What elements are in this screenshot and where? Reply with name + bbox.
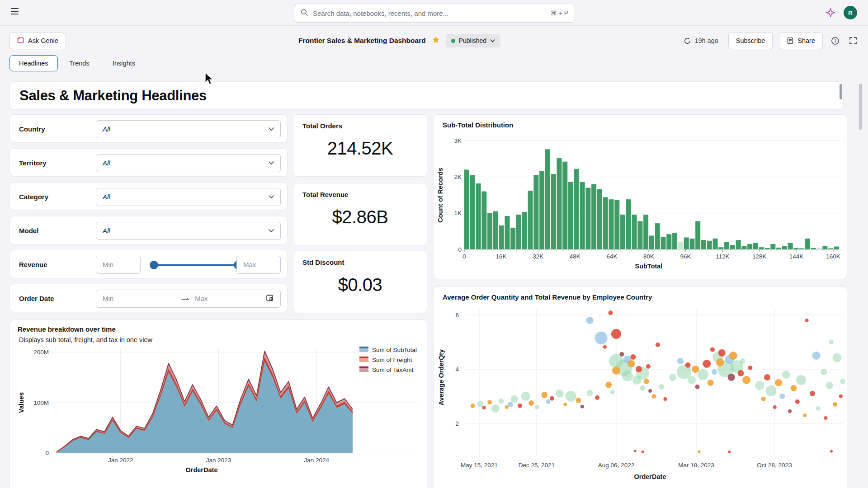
kpi-label: Std Discount [302, 258, 344, 266]
kpi-value: $2.86B [293, 207, 427, 227]
filter-selected-value: All [103, 159, 269, 167]
legend-swatch [359, 366, 368, 373]
legend-item: Sum of SubTotal [359, 347, 417, 353]
mouse-cursor [204, 72, 217, 88]
filter-selected-value: All [103, 125, 269, 133]
filter-select-territory[interactable]: All [96, 154, 281, 172]
svg-text:OrderDate: OrderDate [186, 466, 218, 474]
svg-text:2: 2 [455, 420, 459, 427]
filter-selected-value: All [103, 193, 269, 201]
publish-status-dropdown[interactable]: Published [446, 34, 501, 47]
filter-select-country[interactable]: All [96, 120, 281, 138]
svg-text:32K: 32K [533, 253, 543, 260]
genie-icon [17, 37, 24, 45]
svg-text:OrderDate: OrderDate [634, 473, 666, 480]
filter-select-model[interactable]: All [96, 222, 281, 240]
filter-card-country: CountryAll [9, 114, 288, 143]
svg-text:Jan 2024: Jan 2024 [304, 457, 330, 464]
svg-text:Count of Records: Count of Records [437, 168, 444, 223]
subscribe-button[interactable]: Subscribe [728, 32, 773, 49]
card-scrollbar-thumb[interactable] [840, 84, 842, 99]
svg-text:16K: 16K [496, 253, 507, 260]
filter-label: Order Date [19, 294, 54, 302]
bubble-chart-card: Average Order Quantity and Total Revenue… [433, 286, 847, 488]
histogram-title: Sub-Total Distribution [443, 121, 513, 129]
legend-label: Sum of SubTotal [372, 347, 417, 353]
svg-text:Oct 28, 2023: Oct 28, 2023 [757, 462, 792, 469]
svg-text:112K: 112K [716, 253, 730, 260]
revenue-slider-handle-min[interactable] [150, 261, 158, 269]
kpi-value: 214.52K [293, 138, 427, 159]
revenue-area-chart[interactable]: 0100M200MJan 2022Jan 2023Jan 2024OrderDa… [10, 320, 428, 488]
filter-label: Territory [19, 159, 47, 166]
share-label: Share [797, 37, 815, 44]
kpi-card-std-discount: Std Discount$0.03 [293, 251, 427, 313]
filter-card-order-date: Order DateMinMax [9, 284, 288, 312]
legend-swatch [359, 357, 368, 363]
hamburger-menu-icon[interactable] [11, 8, 19, 14]
filter-card-model: ModelAll [9, 216, 288, 244]
svg-text:144K: 144K [789, 253, 804, 260]
user-avatar[interactable]: R [844, 6, 857, 19]
order-qty-bubble-chart[interactable]: 642May 15, 2021Dec 25, 2021Aug 06, 2022M… [434, 287, 848, 488]
area-title: Revenue breakdown over time [18, 325, 116, 333]
subtotal-histogram-chart[interactable]: 01K2K3K016K32K48K64K80K96K112K128K144K16… [434, 115, 848, 280]
refresh-control[interactable]: 19h ago [684, 37, 718, 45]
order-date-range-input[interactable]: MinMax [96, 290, 281, 308]
svg-text:80K: 80K [643, 253, 654, 260]
filter-label: Model [19, 226, 38, 234]
published-dot [451, 39, 455, 43]
chevron-down-icon [269, 127, 274, 131]
headline-title-card: Sales & Marketing Headlines [9, 81, 844, 110]
svg-text:160K: 160K [826, 253, 840, 260]
kpi-card-total-orders: Total Orders214.52K [293, 114, 427, 177]
tab-headlines[interactable]: Headlines [9, 55, 58, 71]
legend-item: Sum of Freight [359, 357, 417, 363]
tab-insights[interactable]: Insights [113, 55, 135, 71]
last-refresh-label: 19h ago [694, 37, 718, 44]
area-legend: Sum of SubTotalSum of FreightSum of TaxA… [359, 347, 417, 373]
share-button[interactable]: Share [779, 32, 823, 49]
filter-label: Country [19, 125, 45, 132]
global-search-input[interactable]: Search data, notebooks, recents, and mor… [294, 4, 575, 23]
refresh-icon [684, 37, 691, 45]
favorite-star-icon[interactable] [432, 36, 440, 46]
revenue-max-input[interactable]: Max [236, 256, 281, 274]
search-icon [301, 9, 308, 18]
svg-text:Dec 25, 2021: Dec 25, 2021 [519, 462, 555, 469]
svg-text:0: 0 [458, 246, 462, 253]
kpi-card-total-revenue: Total Revenue$2.86B [293, 183, 427, 245]
kpi-label: Total Revenue [302, 191, 348, 198]
filter-select-category[interactable]: All [96, 188, 281, 206]
assistant-sparkle-icon[interactable] [826, 8, 835, 18]
svg-text:Average OrderQty: Average OrderQty [438, 349, 445, 405]
info-icon[interactable] [829, 35, 841, 47]
legend-label: Sum of Freight [372, 357, 412, 363]
svg-text:48K: 48K [570, 253, 580, 260]
chevron-down-icon [269, 195, 274, 199]
svg-text:1K: 1K [454, 210, 462, 216]
share-document-icon [787, 37, 794, 44]
fullscreen-icon[interactable] [847, 35, 859, 47]
tab-trends[interactable]: Trends [69, 55, 90, 71]
svg-text:100M: 100M [33, 399, 49, 406]
date-max-placeholder: Max [195, 295, 208, 302]
svg-text:SubTotal: SubTotal [635, 263, 663, 270]
svg-text:4: 4 [455, 366, 459, 373]
chevron-down-icon [269, 229, 274, 233]
revenue-min-input[interactable]: Min [96, 256, 141, 274]
chevron-down-icon [490, 39, 495, 42]
publish-status-label: Published [459, 37, 487, 44]
revenue-slider-track[interactable] [154, 264, 242, 266]
legend-item: Sum of TaxAmt [359, 366, 417, 373]
ask-genie-button[interactable]: Ask Genie [9, 32, 66, 49]
calendar-icon[interactable] [266, 294, 274, 303]
page-scrollbar-thumb[interactable] [859, 84, 862, 130]
search-shortcut: ⌘ + P [551, 9, 568, 17]
legend-label: Sum of TaxAmt [372, 366, 413, 373]
kpi-value: $0.03 [293, 275, 427, 295]
page-title: Sales & Marketing Headlines [10, 88, 207, 104]
ask-genie-label: Ask Genie [28, 37, 58, 44]
kpi-label: Total Orders [302, 122, 342, 130]
filter-card-territory: TerritoryAll [9, 148, 288, 177]
